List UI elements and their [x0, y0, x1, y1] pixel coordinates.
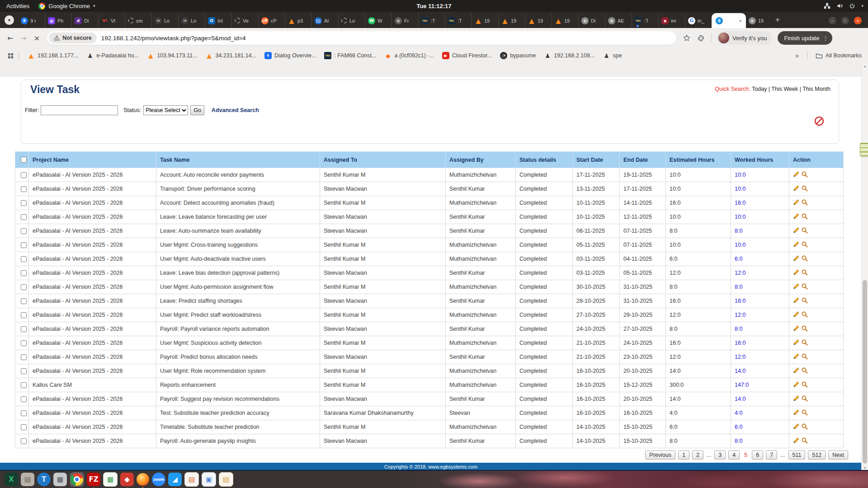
row-checkbox[interactable]	[21, 298, 27, 304]
status-select[interactable]: Please Select	[143, 105, 188, 115]
view-magnifier-icon[interactable]	[801, 283, 808, 291]
browser-tab[interactable]: @Ph	[45, 13, 71, 28]
url-text[interactable]: 192.168.1.242/pmo/viewtask.php?page=5&mo…	[101, 35, 246, 42]
page-button[interactable]: 2	[692, 450, 703, 460]
worked-hours-link[interactable]: 12:0	[735, 354, 745, 360]
row-checkbox[interactable]	[21, 214, 27, 220]
note-widget[interactable]	[860, 143, 868, 156]
clock[interactable]: Tue 11:12:17	[416, 3, 451, 9]
worked-hours-link[interactable]: 6:0	[735, 424, 742, 430]
edit-pencil-icon[interactable]	[793, 227, 800, 235]
browser-tab[interactable]: TKC:T	[445, 13, 472, 28]
view-magnifier-icon[interactable]	[801, 241, 808, 249]
row-checkbox[interactable]	[21, 312, 27, 318]
browser-tab[interactable]: Ve	[231, 13, 258, 28]
row-checkbox[interactable]	[21, 172, 27, 178]
edit-pencil-icon[interactable]	[793, 283, 800, 291]
maximize-button[interactable]: □	[841, 17, 849, 24]
dock-item[interactable]: ▦	[103, 472, 118, 487]
view-magnifier-icon[interactable]	[801, 325, 808, 333]
page-button[interactable]: 1	[678, 450, 689, 460]
new-tab-button[interactable]: +	[775, 15, 780, 24]
view-magnifier-icon[interactable]	[801, 339, 808, 347]
view-magnifier-icon[interactable]	[801, 423, 808, 432]
go-button[interactable]: Go	[190, 105, 204, 115]
browser-tab[interactable]: |||AI	[311, 13, 338, 28]
page-button[interactable]: 7	[766, 450, 777, 460]
dock-item[interactable]	[70, 472, 84, 487]
browser-tab[interactable]: ▲19	[525, 13, 552, 28]
view-magnifier-icon[interactable]	[801, 353, 808, 361]
browser-tab[interactable]: ▲19	[472, 13, 498, 28]
dock-item[interactable]: T	[37, 473, 51, 486]
edit-pencil-icon[interactable]	[793, 395, 800, 403]
bookmark-star-icon[interactable]	[683, 34, 691, 42]
browser-tab[interactable]: dDi	[71, 13, 98, 28]
worked-hours-link[interactable]: 14:0	[735, 396, 745, 402]
dock-item[interactable]: ◢	[168, 473, 182, 486]
worked-hours-link[interactable]: 14:0	[735, 368, 745, 374]
bookmark-item[interactable]: ♟spe	[599, 52, 626, 59]
edit-pencil-icon[interactable]	[793, 255, 800, 263]
browser-tab[interactable]: 99 r	[18, 13, 45, 28]
browser-tab[interactable]: ▲19	[552, 13, 578, 28]
browser-tab[interactable]: TKC:T	[632, 13, 658, 28]
worked-hours-link[interactable]: 10:0	[735, 214, 745, 220]
browser-tab[interactable]: ▲p3	[285, 13, 311, 28]
scroll-down-arrow[interactable]: ▼	[862, 466, 868, 469]
quick-search-link[interactable]: This Week	[771, 86, 798, 92]
edit-pencil-icon[interactable]	[793, 199, 800, 207]
view-magnifier-icon[interactable]	[801, 395, 808, 404]
filter-input[interactable]	[41, 105, 118, 115]
dock-item[interactable]: ▤	[21, 473, 34, 486]
edit-pencil-icon[interactable]	[793, 367, 800, 375]
row-checkbox[interactable]	[21, 186, 27, 192]
bookmark-item[interactable]: ▲34.231.181.14...	[202, 52, 260, 59]
minimize-button[interactable]: −	[829, 17, 836, 24]
browser-tab[interactable]: ⊕19	[746, 13, 773, 28]
view-magnifier-icon[interactable]	[801, 409, 808, 418]
browser-tab[interactable]: cPcP	[258, 13, 285, 28]
worked-hours-link[interactable]: 8:0	[735, 438, 742, 444]
page-button[interactable]: 6	[752, 450, 763, 460]
browser-tab[interactable]: ▲19	[498, 13, 525, 28]
edit-pencil-icon[interactable]	[793, 269, 800, 277]
row-checkbox[interactable]	[21, 396, 27, 402]
advanced-search-link[interactable]: Advanced Search	[212, 107, 259, 113]
row-checkbox[interactable]	[21, 326, 27, 332]
security-chip[interactable]: Not secure	[49, 33, 97, 43]
edit-pencil-icon[interactable]	[793, 423, 800, 431]
worked-hours-link[interactable]: 8:0	[735, 284, 742, 290]
close-button[interactable]: ×	[854, 17, 862, 24]
page-button[interactable]: 512	[808, 450, 826, 460]
profile-chip[interactable]: Verify it's you	[717, 31, 772, 45]
page-button[interactable]: 3	[714, 450, 726, 460]
worked-hours-link[interactable]: 8:0	[735, 326, 742, 332]
view-magnifier-icon[interactable]	[801, 437, 808, 446]
edit-pencil-icon[interactable]	[793, 381, 800, 389]
close-tab-icon[interactable]: ×	[739, 18, 742, 23]
tab-search-button[interactable]: ▼	[5, 15, 14, 25]
row-checkbox[interactable]	[21, 438, 27, 444]
edit-pencil-icon[interactable]	[793, 241, 800, 249]
browser-tab[interactable]: WW	[365, 13, 392, 28]
worked-hours-link[interactable]: 4:0	[735, 410, 742, 416]
row-checkbox[interactable]	[21, 340, 27, 346]
dock-item[interactable]: ▦	[53, 473, 67, 486]
scrollbar[interactable]: ▲ ▼	[861, 63, 868, 471]
view-magnifier-icon[interactable]	[801, 255, 808, 263]
browser-tab[interactable]: Gin_	[685, 13, 712, 28]
browser-tab[interactable]: Lo	[338, 13, 365, 28]
dock-item[interactable]: ▣	[202, 472, 216, 487]
browser-tab[interactable]: TKC:T	[418, 13, 445, 28]
bookmark-item[interactable]: ϟDialog Overvie...	[260, 52, 320, 59]
browser-tab[interactable]: ⊕Di	[578, 13, 605, 28]
row-checkbox[interactable]	[21, 228, 27, 234]
view-magnifier-icon[interactable]	[801, 171, 808, 179]
bookmark-item[interactable]: ♟e-Padasalai ho...	[82, 52, 143, 59]
dock-item[interactable]: ▤	[184, 472, 199, 487]
finish-update-button[interactable]: Finish update ⋮	[778, 31, 832, 45]
bookmark-item[interactable]: ▶Cloud Firestor...	[438, 52, 496, 59]
view-magnifier-icon[interactable]	[801, 185, 808, 193]
edit-pencil-icon[interactable]	[793, 213, 800, 221]
